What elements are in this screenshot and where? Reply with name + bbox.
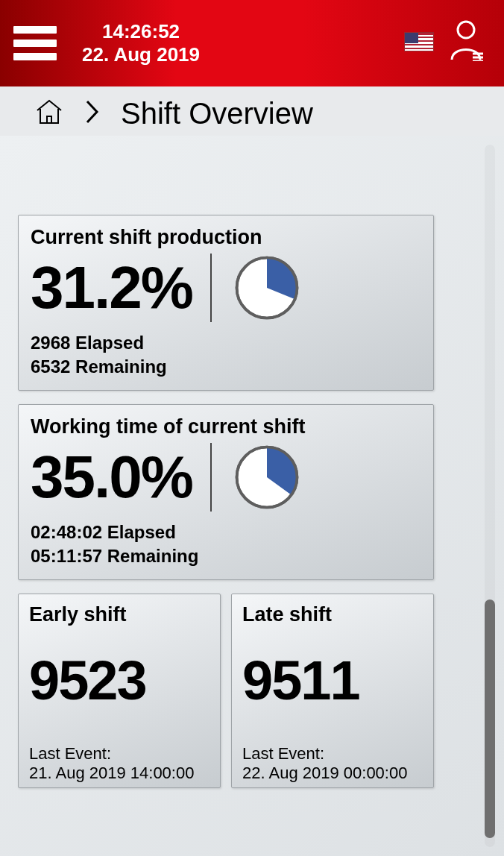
scrollbar-thumb[interactable] xyxy=(485,599,495,838)
pie-chart-icon xyxy=(233,254,301,322)
card-working-time[interactable]: Working time of current shift 35.0% 02:4… xyxy=(18,404,434,580)
breadcrumb: Shift Overview xyxy=(0,86,504,136)
last-event-label: Last Event: xyxy=(242,744,423,764)
header-date: 22. Aug 2019 xyxy=(82,43,200,66)
svg-rect-4 xyxy=(47,116,51,123)
late-shift-value: 9511 xyxy=(242,653,423,708)
card-late-shift[interactable]: Late shift 9511 Last Event: 22. Aug 2019… xyxy=(231,594,434,788)
card-early-shift[interactable]: Early shift 9523 Last Event: 21. Aug 201… xyxy=(18,594,221,788)
header-datetime: 14:26:52 22. Aug 2019 xyxy=(82,20,200,66)
last-event-value: 22. Aug 2019 00:00:00 xyxy=(242,764,423,783)
remaining-row: 05:11:57 Remaining xyxy=(31,544,421,568)
scrollbar[interactable] xyxy=(485,145,495,847)
remaining-row: 6532 Remaining xyxy=(31,355,421,379)
card-title: Current shift production xyxy=(31,226,421,249)
last-event-label: Last Event: xyxy=(29,744,210,764)
pie-chart-icon xyxy=(233,443,301,512)
home-icon[interactable] xyxy=(34,98,64,128)
card-title: Early shift xyxy=(29,603,210,626)
divider xyxy=(210,443,212,512)
early-shift-value: 9523 xyxy=(29,653,210,708)
card-production[interactable]: Current shift production 31.2% 2968 Elap… xyxy=(18,215,434,391)
header-time: 14:26:52 xyxy=(82,20,200,43)
app-header: 14:26:52 22. Aug 2019 xyxy=(0,0,504,86)
main-content: Current shift production 31.2% 2968 Elap… xyxy=(0,136,504,856)
card-title: Late shift xyxy=(242,603,423,626)
elapsed-row: 02:48:02 Elapsed xyxy=(31,520,421,544)
card-title: Working time of current shift xyxy=(31,415,421,438)
working-time-percent: 35.0% xyxy=(31,447,192,507)
svg-point-0 xyxy=(458,22,474,38)
divider xyxy=(210,254,212,322)
user-icon[interactable] xyxy=(447,19,485,64)
production-percent: 31.2% xyxy=(31,258,192,318)
last-event-value: 21. Aug 2019 14:00:00 xyxy=(29,764,210,783)
elapsed-row: 2968 Elapsed xyxy=(31,331,421,355)
flag-us-icon[interactable] xyxy=(404,32,434,51)
chevron-right-icon xyxy=(85,99,100,128)
page-title: Shift Overview xyxy=(121,97,313,130)
menu-icon[interactable] xyxy=(13,26,57,60)
